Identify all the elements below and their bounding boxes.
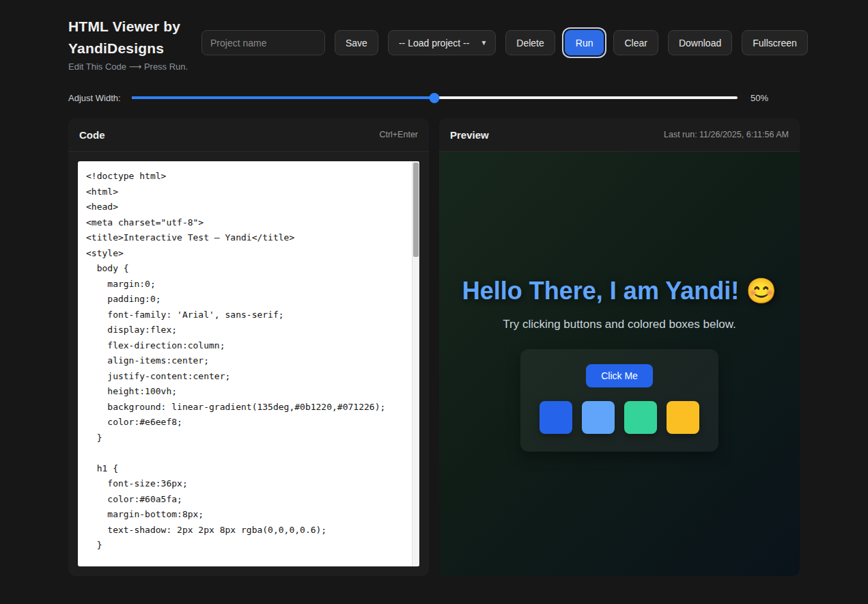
preview-card: Click Me [520,349,718,452]
code-panel: Code Ctrl+Enter <!doctype html> <html> <… [68,118,429,576]
width-control-row: Adjust Width: 50% [68,92,800,103]
width-slider-fill [132,96,435,99]
download-button[interactable]: Download [668,30,732,55]
brand: HTML Viewer by YandiDesigns Edit This Co… [68,16,201,72]
app-subtitle: Edit This Code ⟶ Press Run. [68,61,201,72]
delete-button[interactable]: Delete [505,30,555,55]
editor-scrollbar[interactable] [412,161,419,566]
last-run-timestamp: Last run: 11/26/2025, 6:11:56 AM [664,130,789,139]
toolbar: Save -- Load project -- ▼ Delete Run Cle… [201,30,808,55]
fullscreen-button[interactable]: Fullscreen [742,30,808,55]
preview-panel-title: Preview [450,129,489,141]
project-name-input[interactable] [201,30,325,55]
run-button[interactable]: Run [565,30,604,55]
save-button[interactable]: Save [335,30,378,55]
code-panel-title: Code [79,129,105,141]
preview-panel: Preview Last run: 11/26/2025, 6:11:56 AM… [439,118,800,576]
code-panel-body: <!doctype html> <html> <head> <meta char… [68,152,429,576]
load-project-selected-label: -- Load project -- [399,38,469,49]
load-project-select[interactable]: -- Load project -- ▼ [388,30,496,55]
color-box[interactable] [540,401,572,434]
color-box-row [540,401,699,434]
app-title: HTML Viewer by YandiDesigns [68,16,201,59]
color-box[interactable] [624,401,657,434]
clear-button[interactable]: Clear [613,30,658,55]
adjust-width-label: Adjust Width: [68,93,121,103]
width-slider-thumb[interactable] [430,93,440,103]
preview-heading: Hello There, I am Yandi! 😊 [462,277,776,305]
chevron-down-icon: ▼ [480,39,487,46]
code-shortcut-hint: Ctrl+Enter [379,130,418,139]
click-me-button[interactable]: Click Me [586,364,653,387]
color-box[interactable] [667,401,699,434]
preview-subheading: Try clicking buttons and colored boxes b… [503,318,736,331]
width-slider[interactable] [132,92,738,103]
code-content[interactable]: <!doctype html> <html> <head> <meta char… [78,161,419,566]
main-panels: Code Ctrl+Enter <!doctype html> <html> <… [68,118,800,576]
code-panel-header: Code Ctrl+Enter [68,118,429,152]
preview-panel-header: Preview Last run: 11/26/2025, 6:11:56 AM [439,118,800,152]
preview-viewport: Hello There, I am Yandi! 😊 Try clicking … [439,152,800,576]
header: HTML Viewer by YandiDesigns Edit This Co… [68,16,800,72]
width-value-label: 50% [751,93,768,103]
app: HTML Viewer by YandiDesigns Edit This Co… [68,0,800,576]
color-box[interactable] [582,401,615,434]
editor-scrollbar-thumb[interactable] [413,163,419,257]
code-editor[interactable]: <!doctype html> <html> <head> <meta char… [78,161,419,566]
